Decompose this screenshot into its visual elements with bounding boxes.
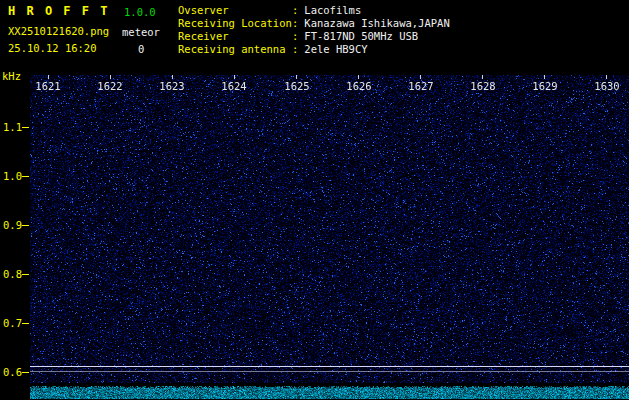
- freq-tick-label: 0.9: [3, 219, 23, 231]
- freq-tick-label: 0.8: [3, 268, 23, 280]
- info-separator: :: [292, 4, 298, 16]
- info-label: Receiving antenna: [178, 43, 292, 56]
- time-tick-label: 1626: [346, 80, 372, 92]
- time-tick-label: 1623: [159, 80, 185, 92]
- app-version: 1.0.0: [124, 6, 156, 18]
- info-value: FT-817ND 50MHz USB: [304, 30, 418, 42]
- hrofft-screen: H R O F F T 1.0.0 XX2510121620.png meteo…: [0, 0, 629, 400]
- time-tick-label: 1630: [594, 80, 620, 92]
- output-filename: XX2510121620.png: [8, 25, 109, 37]
- info-row: Receiving antenna:2ele HB9CY: [178, 43, 450, 56]
- time-tick-label: 1627: [408, 80, 434, 92]
- info-separator: :: [292, 17, 298, 29]
- khz-unit-label: kHz: [2, 70, 21, 82]
- freq-tick-mark: [22, 274, 29, 275]
- time-tick-label: 1622: [97, 80, 123, 92]
- info-separator: :: [292, 30, 298, 42]
- info-value: Kanazawa Ishikawa,JAPAN: [304, 17, 449, 29]
- freq-tick-mark: [22, 372, 29, 373]
- info-separator: :: [292, 43, 298, 55]
- info-row: Ovserver:Lacofilms: [178, 4, 450, 17]
- info-label: Receiving Location: [178, 17, 292, 30]
- freq-tick-mark: [22, 323, 29, 324]
- time-tick-label: 1628: [470, 80, 496, 92]
- freq-tick-label: 1.1: [3, 121, 23, 133]
- station-info: Ovserver:Lacofilms Receiving Location:Ka…: [178, 4, 450, 56]
- info-row: Receiving Location:Kanazawa Ishikawa,JAP…: [178, 17, 450, 30]
- time-tick-label: 1629: [532, 80, 558, 92]
- freq-tick-mark: [22, 225, 29, 226]
- info-value: 2ele HB9CY: [304, 43, 367, 55]
- app-title: H R O F F T: [8, 4, 109, 18]
- meteor-count: 0: [138, 43, 144, 55]
- freq-tick-mark: [22, 127, 29, 128]
- signal-band-canvas: [30, 386, 629, 399]
- freq-tick-label: 1.0: [3, 170, 23, 182]
- info-label: Receiver: [178, 30, 292, 43]
- timestamp: 25.10.12 16:20: [8, 42, 97, 54]
- info-row: Receiver:FT-817ND 50MHz USB: [178, 30, 450, 43]
- time-tick-label: 1625: [284, 80, 310, 92]
- spectrogram-canvas: [30, 75, 629, 383]
- mode-label: meteor: [122, 26, 160, 38]
- time-tick-label: 1624: [221, 80, 247, 92]
- freq-tick-label: 0.6: [3, 366, 23, 378]
- time-tick-label: 1621: [35, 80, 61, 92]
- freq-tick-label: 0.7: [3, 317, 23, 329]
- info-label: Ovserver: [178, 4, 292, 17]
- freq-tick-mark: [22, 176, 29, 177]
- info-value: Lacofilms: [304, 4, 361, 16]
